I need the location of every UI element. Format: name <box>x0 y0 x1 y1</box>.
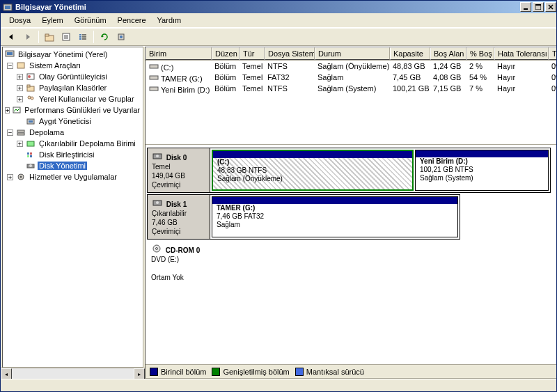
folder-icon <box>25 83 36 93</box>
tree-perf-logs[interactable]: + Performans Günlükleri ve Uyarılar <box>4 104 141 116</box>
svg-rect-35 <box>27 141 34 146</box>
window-title: Bilgisayar Yönetimi <box>15 3 519 11</box>
expand-icon[interactable]: + <box>5 107 10 113</box>
disk-icon <box>152 151 163 161</box>
titlebar: Bilgisayar Yönetimi <box>1 1 556 13</box>
svg-rect-34 <box>17 133 24 135</box>
toolbar <box>1 28 556 46</box>
cdrom-icon <box>151 244 162 253</box>
computer-icon <box>4 49 15 59</box>
svg-rect-14 <box>79 36 81 38</box>
svg-rect-27 <box>27 85 30 87</box>
svg-point-25 <box>28 75 31 78</box>
col-volume[interactable]: Birim <box>146 47 212 60</box>
scroll-left-button[interactable]: ◂ <box>1 368 12 379</box>
storage-icon <box>15 127 26 137</box>
volume-icon <box>148 72 159 82</box>
tree-system-tools[interactable]: − Sistem Araçları <box>4 60 141 71</box>
properties-button[interactable] <box>58 29 74 45</box>
minimize-button[interactable] <box>520 2 531 12</box>
details-panel: Birim Düzen Tür Dosya Sistemi Durum Kapa… <box>145 47 556 379</box>
col-pct[interactable]: % Boş <box>466 47 494 60</box>
disk-graph-panel[interactable]: Disk 0 Temel 149,04 GB Çevrimiçi (C:) 48… <box>146 144 556 364</box>
col-status[interactable]: Durum <box>315 47 390 60</box>
expand-icon[interactable]: + <box>7 174 13 180</box>
tree-disk-management[interactable]: Disk Yönetimi <box>4 160 141 171</box>
disk-row[interactable]: CD-ROM 0 DVD (E:) Ortam Yok <box>147 241 551 285</box>
expand-icon[interactable]: + <box>17 141 23 147</box>
svg-rect-15 <box>79 38 81 40</box>
expand-icon[interactable]: + <box>17 85 23 91</box>
col-free[interactable]: Boş Alan <box>430 47 466 60</box>
partition-g[interactable]: TAMER (G:) 7,46 GB FAT32 Sağlam <box>212 196 458 237</box>
statusbar <box>1 379 556 391</box>
tree-root[interactable]: Bilgisayar Yönetimi (Yerel) <box>4 49 141 60</box>
perf-icon <box>12 105 22 115</box>
svg-rect-37 <box>30 152 32 155</box>
tools-icon <box>15 61 26 70</box>
expand-icon[interactable]: + <box>17 96 23 102</box>
defrag-icon <box>25 150 36 159</box>
expand-icon[interactable]: + <box>17 74 23 80</box>
svg-point-43 <box>20 176 22 178</box>
menubar: Dosya Eylem Görünüm Pencere Yardım <box>1 13 556 28</box>
forward-button[interactable] <box>20 29 36 45</box>
list-item[interactable]: Yeni Birim (D:) Bölüm Temel NTFS Sağlam … <box>146 83 556 94</box>
menu-help[interactable]: Yardım <box>152 15 187 26</box>
collapse-icon[interactable]: − <box>7 130 13 136</box>
disk-row[interactable]: Disk 0 Temel 149,04 GB Çevrimiçi (C:) 48… <box>147 148 551 193</box>
svg-rect-8 <box>45 34 49 36</box>
col-overhead[interactable]: Tepe <box>549 47 556 60</box>
disk-info: Disk 1 Çıkarılabilir 7,46 GB Çevrimiçi <box>148 195 210 239</box>
svg-point-29 <box>31 97 33 100</box>
disk-row[interactable]: Disk 1 Çıkarılabilir 7,46 GB Çevrimiçi T… <box>147 194 460 240</box>
settings-button[interactable] <box>113 29 129 45</box>
menu-action[interactable]: Eylem <box>36 15 69 26</box>
volume-icon <box>148 84 159 93</box>
disk-info: CD-ROM 0 DVD (E:) Ortam Yok <box>147 241 210 285</box>
partition-c[interactable]: (C:) 48,83 GB NTFS Sağlam (Önyükleme) <box>212 150 414 191</box>
col-capacity[interactable]: Kapasite <box>390 47 430 60</box>
svg-rect-23 <box>17 63 24 68</box>
list-item[interactable]: TAMER (G:) Bölüm Temel FAT32 Sağlam 7,45… <box>146 72 556 83</box>
list-item[interactable]: (C:) Bölüm Temel NTFS Sağlam (Önyükleme)… <box>146 61 556 72</box>
partition-d[interactable]: Yeni Birim (D:) 100,21 GB NTFS Sağlam (S… <box>415 150 549 191</box>
tree-device-manager[interactable]: Aygıt Yöneticisi <box>4 116 141 127</box>
tree-storage[interactable]: − Depolama <box>4 127 141 138</box>
scroll-right-button[interactable]: ▸ <box>134 368 145 379</box>
refresh-button[interactable] <box>97 29 112 45</box>
tree-panel[interactable]: Bilgisayar Yönetimi (Yerel) − Sistem Ara… <box>2 47 143 368</box>
tree-services[interactable]: + Hizmetler ve Uygulamalar <box>4 171 141 182</box>
tree-defrag[interactable]: Disk Birleştiricisi <box>4 149 141 160</box>
tree-scrollbar[interactable]: ◂ ▸ <box>1 368 145 379</box>
svg-point-50 <box>156 201 159 204</box>
svg-rect-22 <box>7 52 13 55</box>
legend-primary: Birincil bölüm <box>150 368 206 376</box>
disk-mgmt-icon <box>25 161 36 171</box>
svg-rect-4 <box>535 4 541 6</box>
col-layout[interactable]: Düzen <box>212 47 240 60</box>
tree-event-viewer[interactable]: + Olay Görüntüleyicisi <box>4 71 141 82</box>
col-ft[interactable]: Hata Toleransı <box>494 47 549 60</box>
volume-list[interactable]: (C:) Bölüm Temel NTFS Sağlam (Önyükleme)… <box>146 61 556 144</box>
tree-shared-folders[interactable]: + Paylaşılan Klasörler <box>4 82 141 93</box>
partition-stripe <box>416 150 548 157</box>
collapse-icon[interactable]: − <box>7 63 13 69</box>
up-button[interactable] <box>42 29 57 45</box>
tree-removable-storage[interactable]: + Çıkarılabilir Depolama Birimi <box>4 138 141 149</box>
col-fs[interactable]: Dosya Sistemi <box>265 47 315 60</box>
disk-info: Disk 0 Temel 149,04 GB Çevrimiçi <box>148 148 210 192</box>
svg-rect-2 <box>524 8 528 10</box>
svg-rect-39 <box>30 155 32 157</box>
tree-local-users[interactable]: + Yerel Kullanıcılar ve Gruplar <box>4 93 141 104</box>
close-button[interactable] <box>545 2 556 12</box>
menu-view[interactable]: Görünüm <box>69 15 112 26</box>
svg-rect-45 <box>150 76 158 79</box>
maximize-button[interactable] <box>533 2 544 12</box>
back-button[interactable] <box>3 29 19 45</box>
menu-window[interactable]: Pencere <box>112 15 152 26</box>
col-type[interactable]: Tür <box>240 47 265 60</box>
menu-file[interactable]: Dosya <box>3 15 36 26</box>
list-button[interactable] <box>75 29 91 45</box>
svg-point-48 <box>156 155 159 157</box>
